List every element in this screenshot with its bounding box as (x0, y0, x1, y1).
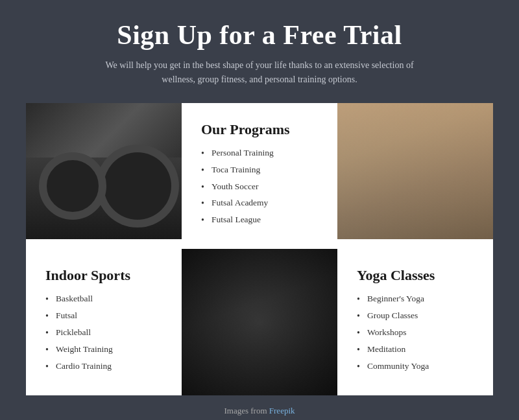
list-item: Group Classes (357, 310, 474, 322)
yoga-image (337, 103, 493, 239)
header-subtitle: We will help you get in the best shape o… (104, 58, 415, 88)
footer-text: Images from (224, 406, 269, 415)
yoga-classes-list: Beginner's Yoga Group Classes Workshops … (357, 293, 474, 372)
main-grid: Our Programs Personal Training Toca Trai… (26, 103, 493, 395)
gym-image-cell (26, 103, 182, 239)
header: Sign Up for a Free Trial We will help yo… (26, 19, 493, 88)
indoor-sports-cell: Indoor Sports Basketball Futsal Pickleba… (26, 249, 182, 395)
workout-image (182, 249, 337, 395)
footer: Images from Freepik (26, 406, 493, 416)
list-item: Toca Training (201, 164, 318, 176)
programs-title: Our Programs (201, 121, 318, 138)
list-item: Basketball (45, 293, 162, 305)
list-item: Futsal (45, 310, 162, 322)
list-item: Community Yoga (357, 360, 474, 373)
list-item: Futsal Academy (201, 197, 318, 209)
yoga-classes-cell: Yoga Classes Beginner's Yoga Group Class… (337, 249, 493, 395)
list-item: Weight Training (45, 344, 162, 356)
list-item: Workshops (357, 327, 474, 339)
workout-image-cell (182, 249, 337, 395)
list-item: Cardio Training (45, 360, 162, 373)
indoor-sports-list: Basketball Futsal Pickleball Weight Trai… (45, 293, 162, 372)
yoga-classes-title: Yoga Classes (357, 267, 474, 284)
list-item: Youth Soccer (201, 181, 318, 193)
indoor-sports-title: Indoor Sports (45, 267, 162, 284)
page-container: Sign Up for a Free Trial We will help yo… (0, 0, 519, 420)
list-item: Futsal League (201, 214, 318, 226)
programs-cell: Our Programs Personal Training Toca Trai… (182, 103, 337, 249)
list-item: Pickleball (45, 327, 162, 339)
list-item: Beginner's Yoga (357, 293, 474, 305)
gym-image (26, 103, 182, 239)
programs-list: Personal Training Toca Training Youth So… (201, 147, 318, 226)
footer-link[interactable]: Freepik (269, 406, 295, 415)
yoga-image-cell (337, 103, 493, 239)
list-item: Meditation (357, 344, 474, 356)
list-item: Personal Training (201, 147, 318, 159)
page-title: Sign Up for a Free Trial (26, 19, 493, 51)
